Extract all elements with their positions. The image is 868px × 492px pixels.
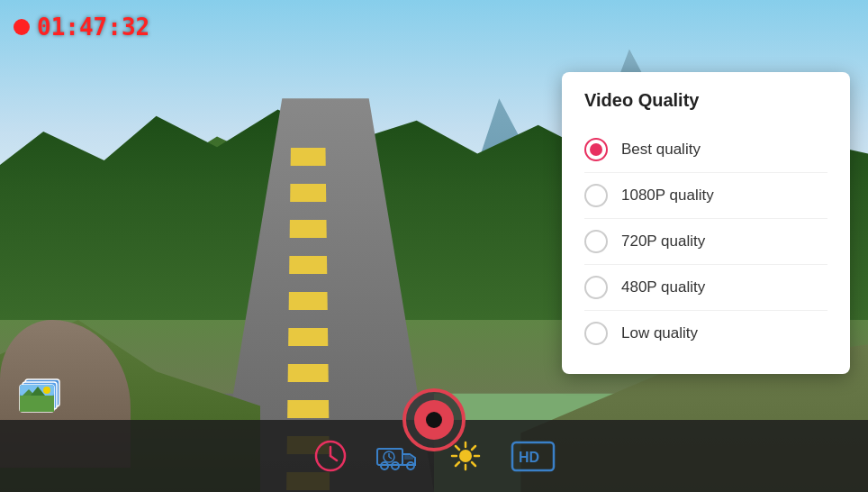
svg-point-9	[43, 387, 50, 394]
record-button-dot	[426, 412, 442, 428]
svg-line-26	[472, 462, 475, 466]
svg-rect-8	[20, 407, 54, 412]
svg-line-12	[330, 456, 337, 460]
radio-best[interactable]	[584, 138, 608, 161]
svg-text:HD: HD	[519, 450, 539, 465]
quality-label-best: Best quality	[621, 141, 701, 159]
radio-1080p[interactable]	[584, 184, 608, 207]
quality-option-1080p[interactable]: 1080P quality	[584, 173, 827, 219]
quality-panel-title: Video Quality	[584, 90, 827, 111]
quality-option-480p[interactable]: 480P quality	[584, 265, 827, 311]
recording-indicator: 01:47:32	[14, 14, 149, 41]
svg-line-19	[389, 457, 392, 459]
quality-label-480p: 480P quality	[621, 278, 705, 296]
recording-dot	[14, 19, 30, 35]
radio-480p[interactable]	[584, 276, 608, 299]
quality-option-low[interactable]: Low quality	[584, 311, 827, 356]
svg-line-25	[456, 446, 459, 450]
radio-low[interactable]	[584, 322, 608, 345]
quality-label-720p: 720P quality	[621, 232, 705, 251]
record-button-inner	[414, 400, 454, 440]
clock-icon-button[interactable]	[312, 438, 348, 474]
svg-line-27	[472, 446, 475, 450]
svg-line-28	[456, 462, 459, 466]
quality-option-best[interactable]: Best quality	[584, 127, 827, 173]
quality-label-low: Low quality	[621, 324, 698, 342]
quality-panel: Video Quality Best quality 1080P quality…	[562, 72, 850, 374]
hd-icon-button[interactable]: HD	[511, 441, 556, 472]
recording-timer: 01:47:32	[37, 14, 149, 41]
quality-option-720p[interactable]: 720P quality	[584, 219, 827, 265]
radio-best-inner	[590, 143, 602, 156]
quality-label-1080p: 1080P quality	[621, 187, 714, 205]
svg-point-20	[459, 450, 472, 462]
record-button[interactable]	[402, 388, 466, 451]
gallery-button[interactable]	[18, 375, 68, 415]
radio-720p[interactable]	[584, 230, 608, 253]
